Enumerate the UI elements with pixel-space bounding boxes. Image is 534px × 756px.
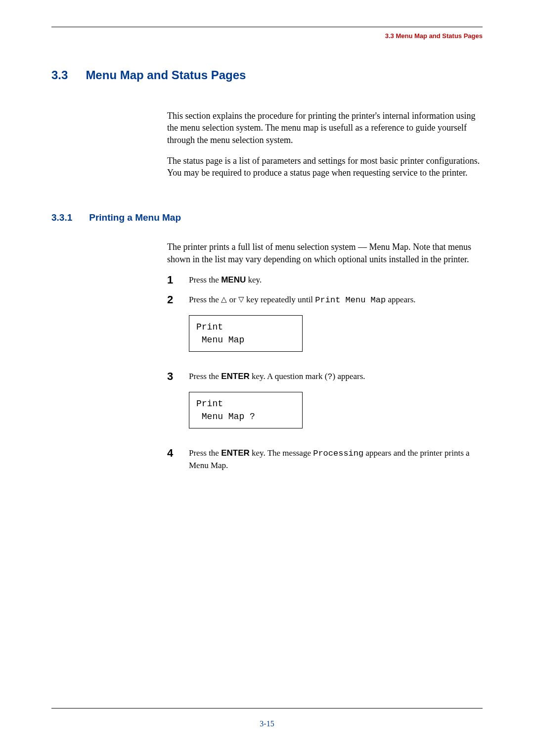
step-3-content: Press the ENTER key. A question mark (?)…: [189, 371, 483, 441]
step-3-text-post: ) appears.: [333, 372, 365, 381]
step-number-3: 3: [167, 371, 189, 382]
bottom-rule: [51, 708, 483, 709]
subsection-heading: 3.3.1 Printing a Menu Map: [51, 212, 483, 223]
step-number-1: 1: [167, 274, 189, 286]
step-4: 4 Press the ENTER key. The message Proce…: [167, 447, 483, 472]
triangle-down-icon: ▽: [238, 295, 244, 303]
question-mark-literal: ?: [327, 372, 332, 381]
section-title: Menu Map and Status Pages: [86, 68, 246, 82]
page-number: 3-15: [51, 719, 483, 728]
page-content: 3.3 Menu Map and Status Pages 3.3 Menu M…: [0, 0, 534, 472]
step-1-content: Press the MENU key.: [189, 274, 483, 286]
processing-literal: Processing: [313, 449, 363, 458]
menu-key-label: MENU: [221, 275, 246, 284]
step-1-text-post: key.: [246, 275, 262, 284]
enter-key-label-2: ENTER: [221, 448, 250, 458]
section-heading: 3.3 Menu Map and Status Pages: [51, 68, 483, 82]
step-2-text-post: appears.: [386, 295, 415, 304]
running-head: 3.3 Menu Map and Status Pages: [51, 32, 483, 40]
page-footer: 3-15: [51, 708, 483, 728]
subsection-intro: The printer prints a full list of menu s…: [167, 241, 483, 265]
step-3: 3 Press the ENTER key. A question mark (…: [167, 371, 483, 441]
step-2-content: Press the △ or ▽ key repeatedly until Pr…: [189, 294, 483, 365]
step-2-or: or: [227, 295, 238, 304]
step-4-content: Press the ENTER key. The message Process…: [189, 447, 483, 472]
top-rule: [51, 27, 483, 27]
section-number: 3.3: [51, 68, 68, 82]
triangle-up-icon: △: [221, 295, 227, 303]
subsection-title: Printing a Menu Map: [89, 212, 181, 223]
step-4-text-pre: Press the: [189, 448, 221, 458]
step-2-text-pre: Press the: [189, 295, 221, 304]
step-3-text-pre: Press the: [189, 372, 221, 381]
step-2: 2 Press the △ or ▽ key repeatedly until …: [167, 294, 483, 365]
step-1-text-pre: Press the: [189, 275, 221, 284]
section-intro: This section explains the procedure for …: [167, 110, 483, 179]
subsection-number: 3.3.1: [51, 212, 72, 223]
step-4-text-mid: key. The message: [250, 448, 313, 458]
intro-para-1: This section explains the procedure for …: [167, 110, 483, 146]
step-1: 1 Press the MENU key.: [167, 274, 483, 286]
enter-key-label-1: ENTER: [221, 372, 250, 381]
step-number-4: 4: [167, 447, 189, 459]
display-panel-2: Print Menu Map ?: [189, 392, 303, 428]
print-menu-map-literal: Print Menu Map: [315, 295, 386, 305]
step-3-text-mid: key. A question mark (: [250, 372, 328, 381]
subsection-intro-text: The printer prints a full list of menu s…: [167, 241, 483, 265]
step-2-text-mid: key repeatedly until: [244, 295, 315, 304]
intro-para-2: The status page is a list of parameters …: [167, 155, 483, 179]
display-panel-1: Print Menu Map: [189, 315, 303, 352]
step-number-2: 2: [167, 294, 189, 306]
